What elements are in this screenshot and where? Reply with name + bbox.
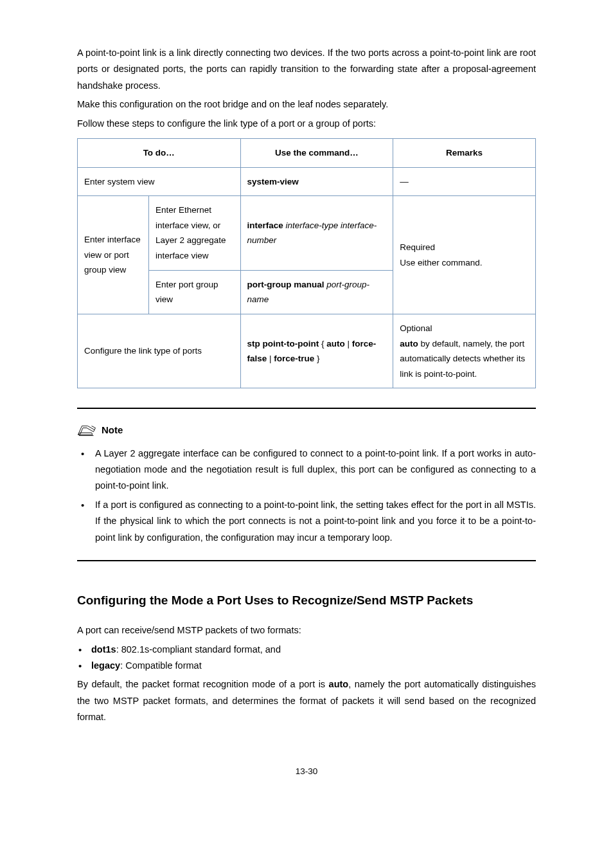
cell-cmd: system-view bbox=[240, 167, 393, 196]
intro-paragraph-1: A point-to-point link is a link directly… bbox=[77, 45, 536, 94]
cell-to: Enter system view bbox=[78, 167, 241, 196]
format-key: legacy bbox=[91, 660, 120, 671]
text-span: By default, the packet format recognitio… bbox=[77, 679, 329, 689]
note-header: Note bbox=[77, 422, 536, 439]
format-list: dot1s: 802.1s-compliant standard format,… bbox=[77, 642, 536, 674]
list-item: A Layer 2 aggregate interface can be con… bbox=[77, 446, 536, 494]
cell-sub-label: Enter port group view bbox=[148, 270, 240, 314]
cell-to: Configure the link type of ports bbox=[78, 314, 241, 388]
cmd-text: stp point-to-point bbox=[247, 339, 319, 348]
divider bbox=[77, 408, 536, 409]
cell-remarks: Required Use either command. bbox=[393, 196, 536, 314]
th-use: Use the command… bbox=[240, 138, 393, 167]
cell-cmd: port-group manual port-group-name bbox=[240, 270, 393, 314]
remarks-line: Optional bbox=[400, 321, 529, 336]
note-label: Note bbox=[102, 422, 123, 439]
remarks-line: Required bbox=[400, 240, 529, 255]
note-list: A Layer 2 aggregate interface can be con… bbox=[77, 446, 536, 546]
cmd-text: interface bbox=[247, 221, 283, 230]
list-item: legacy: Compatible format bbox=[77, 658, 536, 674]
intro-paragraph-3: Follow these steps to configure the link… bbox=[77, 116, 536, 132]
cell-to-group: Enter interface view or port group view bbox=[78, 196, 149, 314]
section-heading: Configuring the Mode a Port Uses to Reco… bbox=[77, 590, 536, 611]
cell-cmd: interface interface-type interface-numbe… bbox=[240, 196, 393, 271]
cmd-opt: force-true bbox=[274, 354, 314, 363]
cell-remarks: Optional auto by default, namely, the po… bbox=[393, 314, 536, 388]
config-table: To do… Use the command… Remarks Enter sy… bbox=[77, 138, 536, 389]
cmd-text: system-view bbox=[247, 177, 299, 186]
cell-remarks: — bbox=[393, 167, 536, 196]
cmd-text: port-group manual bbox=[247, 280, 324, 289]
th-to: To do… bbox=[78, 138, 241, 167]
section-paragraph: A port can receive/send MSTP packets of … bbox=[77, 622, 536, 638]
list-item: dot1s: 802.1s-compliant standard format,… bbox=[77, 642, 536, 658]
remarks-line: Use either command. bbox=[400, 255, 529, 271]
remarks-text: by default, namely, the port automatical… bbox=[400, 339, 525, 379]
table-row: Enter interface view or port group view … bbox=[78, 196, 536, 271]
remarks-key: auto bbox=[400, 339, 418, 348]
divider bbox=[77, 560, 536, 561]
table-row: Configure the link type of ports stp poi… bbox=[78, 314, 536, 388]
cmd-opt: auto bbox=[326, 339, 345, 348]
remarks-line: auto by default, namely, the port automa… bbox=[400, 336, 529, 382]
table-row: Enter system view system-view — bbox=[78, 167, 536, 196]
section-paragraph: By default, the packet format recognitio… bbox=[77, 676, 536, 725]
format-desc: : Compatible format bbox=[120, 660, 202, 671]
page-number: 13-30 bbox=[77, 764, 536, 779]
cell-sub-label: Enter Ethernet interface view, or Layer … bbox=[148, 196, 240, 271]
format-desc: : 802.1s-compliant standard format, and bbox=[116, 644, 281, 655]
list-item: If a port is configured as connecting to… bbox=[77, 497, 536, 546]
intro-paragraph-2: Make this configuration on the root brid… bbox=[77, 96, 536, 113]
table-header-row: To do… Use the command… Remarks bbox=[78, 138, 536, 167]
th-remarks: Remarks bbox=[393, 138, 536, 167]
cell-cmd: stp point-to-point { auto | force-false … bbox=[240, 314, 393, 388]
note-icon bbox=[77, 424, 96, 438]
format-key: dot1s bbox=[91, 644, 116, 655]
inline-key: auto bbox=[329, 679, 349, 689]
